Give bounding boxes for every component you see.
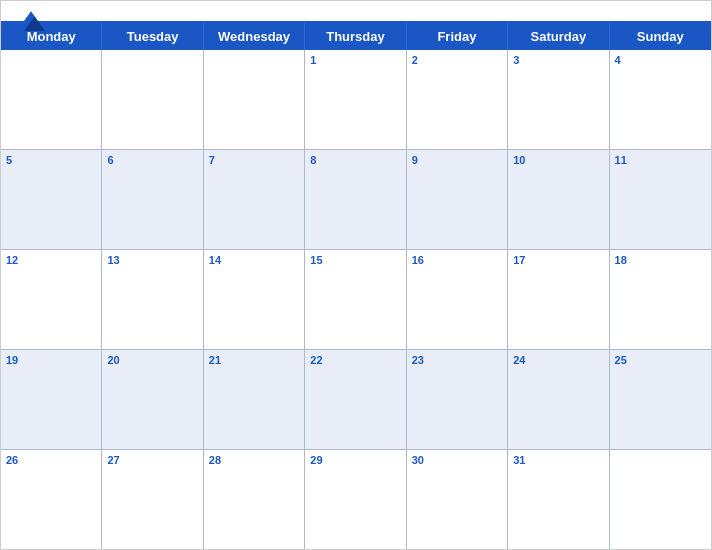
day-number: 9 <box>412 154 502 166</box>
day-number: 15 <box>310 254 400 266</box>
calendar-grid: MondayTuesdayWednesdayThursdayFridaySatu… <box>1 21 711 549</box>
day-cell: 14 <box>204 250 305 349</box>
day-cell: 1 <box>305 50 406 149</box>
logo <box>17 11 45 33</box>
day-cell: 8 <box>305 150 406 249</box>
day-number: 2 <box>412 54 502 66</box>
day-cell: 28 <box>204 450 305 549</box>
day-cell: 17 <box>508 250 609 349</box>
day-header-friday: Friday <box>407 23 508 50</box>
day-cell: 10 <box>508 150 609 249</box>
day-number: 13 <box>107 254 197 266</box>
day-header-thursday: Thursday <box>305 23 406 50</box>
day-number: 23 <box>412 354 502 366</box>
day-headers: MondayTuesdayWednesdayThursdayFridaySatu… <box>1 23 711 50</box>
day-cell <box>204 50 305 149</box>
day-header-saturday: Saturday <box>508 23 609 50</box>
week-row-4: 19202122232425 <box>1 350 711 450</box>
day-number: 26 <box>6 454 96 466</box>
day-number: 8 <box>310 154 400 166</box>
day-number: 1 <box>310 54 400 66</box>
day-header-sunday: Sunday <box>610 23 711 50</box>
day-number: 11 <box>615 154 706 166</box>
week-row-3: 12131415161718 <box>1 250 711 350</box>
day-number: 19 <box>6 354 96 366</box>
week-row-1: 1234 <box>1 50 711 150</box>
day-number: 5 <box>6 154 96 166</box>
day-cell <box>1 50 102 149</box>
day-number: 4 <box>615 54 706 66</box>
day-number: 20 <box>107 354 197 366</box>
day-cell: 5 <box>1 150 102 249</box>
day-number: 30 <box>412 454 502 466</box>
logo-icon <box>17 11 45 31</box>
day-cell: 11 <box>610 150 711 249</box>
day-number: 27 <box>107 454 197 466</box>
day-cell: 12 <box>1 250 102 349</box>
day-number: 24 <box>513 354 603 366</box>
week-row-2: 567891011 <box>1 150 711 250</box>
day-cell: 26 <box>1 450 102 549</box>
day-cell: 21 <box>204 350 305 449</box>
day-cell: 25 <box>610 350 711 449</box>
day-cell: 6 <box>102 150 203 249</box>
day-cell: 16 <box>407 250 508 349</box>
day-header-tuesday: Tuesday <box>102 23 203 50</box>
calendar-header <box>1 1 711 21</box>
day-number: 31 <box>513 454 603 466</box>
day-cell: 22 <box>305 350 406 449</box>
day-cell: 31 <box>508 450 609 549</box>
week-row-5: 262728293031 <box>1 450 711 549</box>
day-number: 14 <box>209 254 299 266</box>
day-cell: 19 <box>1 350 102 449</box>
weeks-container: 1234567891011121314151617181920212223242… <box>1 50 711 549</box>
calendar: MondayTuesdayWednesdayThursdayFridaySatu… <box>0 0 712 550</box>
day-cell: 23 <box>407 350 508 449</box>
day-number: 16 <box>412 254 502 266</box>
day-cell: 27 <box>102 450 203 549</box>
day-header-wednesday: Wednesday <box>204 23 305 50</box>
day-cell: 3 <box>508 50 609 149</box>
day-cell: 9 <box>407 150 508 249</box>
day-cell: 30 <box>407 450 508 549</box>
day-cell: 18 <box>610 250 711 349</box>
day-cell <box>610 450 711 549</box>
day-cell: 2 <box>407 50 508 149</box>
day-cell: 15 <box>305 250 406 349</box>
day-number: 17 <box>513 254 603 266</box>
day-number: 7 <box>209 154 299 166</box>
day-number: 22 <box>310 354 400 366</box>
day-number: 21 <box>209 354 299 366</box>
day-cell: 7 <box>204 150 305 249</box>
day-cell: 13 <box>102 250 203 349</box>
day-number: 28 <box>209 454 299 466</box>
day-cell: 4 <box>610 50 711 149</box>
day-cell <box>102 50 203 149</box>
day-cell: 29 <box>305 450 406 549</box>
day-cell: 24 <box>508 350 609 449</box>
day-number: 25 <box>615 354 706 366</box>
day-number: 12 <box>6 254 96 266</box>
day-number: 29 <box>310 454 400 466</box>
day-number: 6 <box>107 154 197 166</box>
day-number: 18 <box>615 254 706 266</box>
day-cell: 20 <box>102 350 203 449</box>
day-number: 3 <box>513 54 603 66</box>
day-number: 10 <box>513 154 603 166</box>
